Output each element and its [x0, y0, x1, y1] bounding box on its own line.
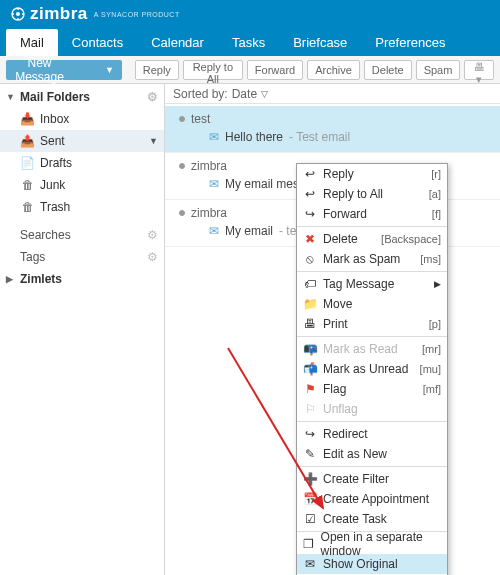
drafts-icon: 📄: [20, 156, 35, 170]
flag-icon: ⚑: [303, 382, 317, 396]
sidebar-searches[interactable]: Searches⚙: [0, 224, 164, 246]
ctx-mark-spam[interactable]: ⦸Mark as Spam[ms]: [297, 249, 447, 269]
gear-icon[interactable]: ⚙: [147, 250, 158, 264]
envelope-icon: ✉: [209, 224, 219, 238]
ctx-create-task[interactable]: ☑Create Task: [297, 509, 447, 529]
ctx-label: Open in a separate window: [321, 530, 441, 558]
sidebar-mail-folders[interactable]: ▼Mail Folders⚙: [0, 86, 164, 108]
sort-desc-icon: ▽: [261, 89, 268, 99]
ctx-forward[interactable]: ↪Forward[f]: [297, 204, 447, 224]
folder-label: Inbox: [40, 112, 69, 126]
thread-preview: - Test email: [289, 130, 350, 144]
ctx-delete[interactable]: ✖Delete[Backspace]: [297, 229, 447, 249]
gear-icon[interactable]: ⚙: [147, 228, 158, 242]
gear-icon[interactable]: ⚙: [147, 90, 158, 104]
sort-bar[interactable]: Sorted by:Date▽: [165, 84, 500, 104]
shortcut: [a]: [429, 188, 441, 200]
ctx-open-separate-window[interactable]: ❐Open in a separate window: [297, 534, 447, 554]
thread-bullet-icon: [179, 210, 185, 216]
context-menu: ↩Reply[r] ↩Reply to All[a] ↪Forward[f] ✖…: [296, 163, 448, 575]
thread-bullet-icon: [179, 116, 185, 122]
tab-mail[interactable]: Mail: [6, 29, 58, 56]
unflag-icon: ⚐: [303, 402, 317, 416]
ctx-move[interactable]: 📁Move: [297, 294, 447, 314]
caret-down-icon[interactable]: ▼: [149, 136, 158, 146]
envelope-icon: ✉: [303, 557, 317, 571]
ctx-reply[interactable]: ↩Reply[r]: [297, 164, 447, 184]
sort-label: Sorted by:: [173, 87, 228, 101]
window-icon: ❐: [303, 537, 315, 551]
app-header: zimbra A SYNACOR PRODUCT: [0, 0, 500, 28]
mail-folders-label: Mail Folders: [20, 90, 90, 104]
ctx-label: Unflag: [323, 402, 358, 416]
thread-bullet-icon: [179, 163, 185, 169]
ctx-label: Tag Message: [323, 277, 394, 291]
thread-row[interactable]: test ✉Hello there- Test email: [165, 106, 500, 153]
spam-button[interactable]: Spam: [416, 60, 461, 80]
tab-preferences[interactable]: Preferences: [361, 29, 459, 56]
tab-contacts[interactable]: Contacts: [58, 29, 137, 56]
shortcut: [p]: [429, 318, 441, 330]
zimlets-label: Zimlets: [20, 272, 62, 286]
thread-subject: Hello there: [225, 130, 283, 144]
ctx-label: Show Original: [323, 557, 398, 571]
delete-button[interactable]: Delete: [364, 60, 412, 80]
archive-button[interactable]: Archive: [307, 60, 360, 80]
ctx-label: Flag: [323, 382, 346, 396]
shortcut: [f]: [432, 208, 441, 220]
sent-icon: 📤: [20, 134, 35, 148]
ctx-redirect[interactable]: ↪Redirect: [297, 424, 447, 444]
ctx-label: Mark as Unread: [323, 362, 408, 376]
shortcut: [mu]: [420, 363, 441, 375]
sidebar: ▼Mail Folders⚙ 📥Inbox 📤Sent▼ 📄Drafts 🗑Ju…: [0, 84, 165, 575]
folder-label: Junk: [40, 178, 65, 192]
envelope-icon: ✉: [209, 177, 219, 191]
shortcut: [mr]: [422, 343, 441, 355]
folder-label: Trash: [40, 200, 70, 214]
print-dropdown-button[interactable]: 🖶▾: [464, 60, 494, 80]
ctx-label: Forward: [323, 207, 367, 221]
ctx-reply-all[interactable]: ↩Reply to All[a]: [297, 184, 447, 204]
ctx-mark-unread[interactable]: 📬Mark as Unread[mu]: [297, 359, 447, 379]
ctx-edit-as-new[interactable]: ✎Edit as New: [297, 444, 447, 464]
thread-from: zimbra: [191, 206, 227, 220]
tags-label: Tags: [20, 250, 45, 264]
ctx-flag[interactable]: ⚑Flag[mf]: [297, 379, 447, 399]
junk-icon: 🗑: [20, 178, 35, 192]
ctx-print[interactable]: 🖶Print[p]: [297, 314, 447, 334]
ctx-create-appointment[interactable]: 📅Create Appointment: [297, 489, 447, 509]
spam-icon: ⦸: [303, 252, 317, 266]
ctx-label: Move: [323, 297, 352, 311]
tab-tasks[interactable]: Tasks: [218, 29, 279, 56]
plus-icon: ➕: [303, 472, 317, 486]
reply-all-button[interactable]: Reply to All: [183, 60, 243, 80]
ctx-label: Mark as Read: [323, 342, 398, 356]
edit-icon: ✎: [303, 447, 317, 461]
logo-icon: [10, 6, 26, 22]
folder-trash[interactable]: 🗑Trash: [0, 196, 164, 218]
folder-label: Sent: [40, 134, 65, 148]
print-icon: 🖶: [303, 317, 317, 331]
ctx-label: Redirect: [323, 427, 368, 441]
redirect-icon: ↪: [303, 427, 317, 441]
folder-sent[interactable]: 📤Sent▼: [0, 130, 164, 152]
folder-label: Drafts: [40, 156, 72, 170]
tab-calendar[interactable]: Calendar: [137, 29, 218, 56]
forward-button[interactable]: Forward: [247, 60, 303, 80]
tab-briefcase[interactable]: Briefcase: [279, 29, 361, 56]
folder-junk[interactable]: 🗑Junk: [0, 174, 164, 196]
ctx-tag-message[interactable]: 🏷Tag Message▶: [297, 274, 447, 294]
new-message-button[interactable]: New Message▼: [6, 60, 122, 80]
ctx-label: Edit as New: [323, 447, 387, 461]
folder-drafts[interactable]: 📄Drafts: [0, 152, 164, 174]
ctx-label: Create Task: [323, 512, 387, 526]
trash-icon: 🗑: [20, 200, 35, 214]
ctx-label: Mark as Spam: [323, 252, 400, 266]
ctx-create-filter[interactable]: ➕Create Filter: [297, 469, 447, 489]
reply-button[interactable]: Reply: [135, 60, 179, 80]
folder-inbox[interactable]: 📥Inbox: [0, 108, 164, 130]
inbox-icon: 📥: [20, 112, 35, 126]
sidebar-tags[interactable]: Tags⚙: [0, 246, 164, 268]
shortcut: [Backspace]: [381, 233, 441, 245]
sidebar-zimlets[interactable]: ▶Zimlets: [0, 268, 164, 290]
